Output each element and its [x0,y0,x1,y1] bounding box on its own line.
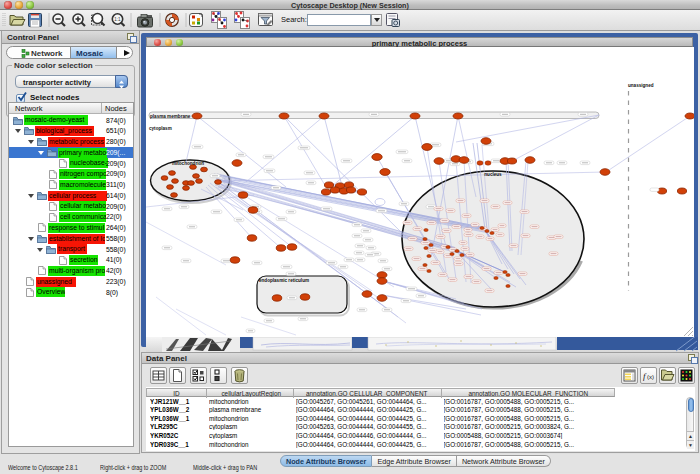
svg-text:unassigned: unassigned [628,83,654,88]
svg-text:plasma membrane: plasma membrane [150,114,191,119]
svg-text:nucleus: nucleus [484,172,502,177]
svg-text:1:1: 1:1 [114,17,121,22]
svg-text:cytoplasm: cytoplasm [149,126,172,131]
svg-text:(x): (x) [647,374,654,380]
svg-text:endoplasmic reticulum: endoplasmic reticulum [259,278,309,283]
svg-text:mitochondrion: mitochondrion [172,161,204,166]
